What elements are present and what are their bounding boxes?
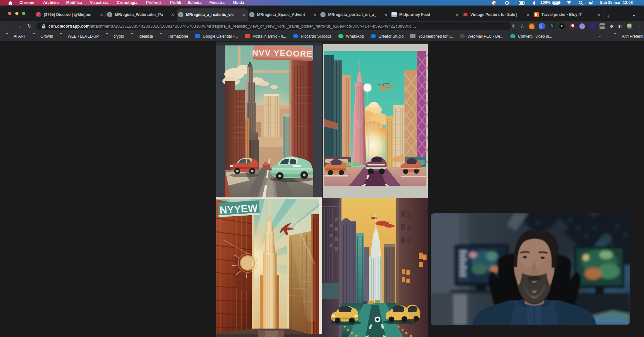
svg-text:NYYEW: NYYEW <box>219 202 258 216</box>
svg-text:VGUE: VGUE <box>355 118 392 131</box>
svg-text:NVV YEOORE: NVV YEOORE <box>252 48 313 59</box>
